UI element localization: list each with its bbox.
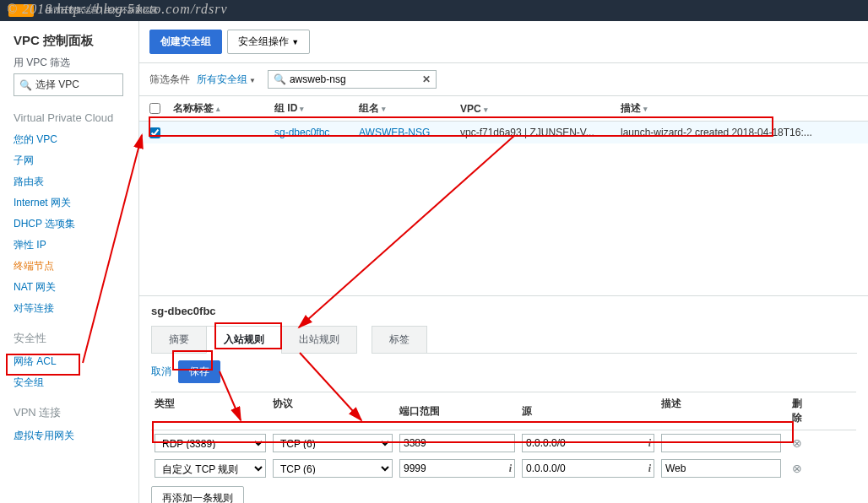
sidebar-item-route[interactable]: 路由表: [14, 171, 138, 192]
search-icon: 🔍: [19, 79, 32, 91]
sidebar-item-igw[interactable]: Internet 网关: [14, 192, 138, 214]
rule-proto[interactable]: TCP (6): [273, 459, 393, 478]
col-name[interactable]: 名称标签: [173, 101, 220, 116]
search-input[interactable]: [290, 73, 422, 85]
h-proto: 协议: [269, 397, 396, 425]
rule-type[interactable]: 自定义 TCP 规则: [155, 459, 266, 478]
rule-proto[interactable]: TCP (6): [273, 434, 393, 452]
section-vpc: Virtual Private Cloud: [14, 111, 138, 124]
search-icon: 🔍: [274, 73, 286, 85]
h-port: 端口范围: [396, 397, 518, 425]
sidebar-item-nacl[interactable]: 网络 ACL: [14, 351, 138, 372]
rules-head: 类型 协议 端口范围 源 描述 删除: [151, 392, 856, 430]
row-checkbox[interactable]: [149, 127, 160, 138]
cancel-button[interactable]: 取消: [151, 365, 171, 379]
create-sg-button[interactable]: 创建安全组: [149, 30, 222, 54]
h-src: 源: [518, 397, 658, 425]
add-rule-button[interactable]: 再添加一条规则: [151, 486, 244, 503]
sidebar-item-vgw[interactable]: 虚拟专用网关: [14, 425, 138, 446]
col-vpc[interactable]: VPC: [460, 103, 488, 115]
vpc-select-text: 选择 VPC: [35, 78, 79, 92]
detail-pane: sg-dbec0fbc 摘要 入站规则 出站规则 标签 取消 保存 类型 协议 …: [139, 296, 868, 503]
tabs: 摘要 入站规则 出站规则 标签: [151, 326, 856, 354]
col-gname[interactable]: 组名: [359, 101, 386, 116]
rule-port[interactable]: [399, 459, 515, 478]
main-pane: 创建安全组 安全组操作 ▼ 筛选条件 所有安全组 🔍 ✕ 名称标签 组 ID 组…: [139, 21, 868, 503]
sg-actions-button[interactable]: 安全组操作 ▼: [227, 30, 310, 54]
cell-name: [173, 127, 274, 138]
h-type: 类型: [151, 397, 269, 425]
info-icon[interactable]: i: [648, 437, 651, 450]
toolbar: 创建安全组 安全组操作 ▼: [139, 21, 868, 63]
tab-inbound[interactable]: 入站规则: [206, 326, 282, 354]
sidebar-item-your-vpc[interactable]: 您的 VPC: [14, 129, 138, 150]
table-row[interactable]: sg-dbec0fbc AWSWEB-NSG vpc-f71d6a93 | ZJ…: [139, 122, 868, 143]
rule-src[interactable]: [522, 434, 654, 452]
watermark: © 2018 http://blog.51cto.com/rdsrv: [7, 2, 228, 17]
detail-title: sg-dbec0fbc: [151, 305, 856, 317]
sidebar: VPC 控制面板 用 VPC 筛选 🔍 选择 VPC Virtual Priva…: [0, 21, 139, 503]
sidebar-item-eip[interactable]: 弹性 IP: [14, 235, 138, 256]
filter-select[interactable]: 所有安全组: [197, 73, 256, 87]
tab-summary[interactable]: 摘要: [151, 326, 207, 354]
search-box[interactable]: 🔍 ✕: [268, 70, 437, 89]
rule-port[interactable]: [399, 434, 515, 452]
sidebar-item-endpoint[interactable]: 终端节点: [14, 256, 138, 277]
delete-rule-icon[interactable]: ⊗: [792, 462, 802, 475]
cell-gname: AWSWEB-NSG: [359, 127, 460, 138]
tab-tags[interactable]: 标签: [372, 326, 427, 354]
h-del: 删除: [784, 397, 810, 425]
save-button[interactable]: 保存: [178, 360, 220, 383]
cell-id: sg-dbec0fbc: [274, 127, 359, 138]
rule-desc[interactable]: [661, 459, 781, 478]
sidebar-item-peer[interactable]: 对等连接: [14, 298, 138, 319]
rule-desc[interactable]: [661, 434, 781, 452]
col-desc[interactable]: 描述: [621, 101, 648, 116]
sidebar-item-sg[interactable]: 安全组: [14, 372, 138, 393]
rule-row: RDP (3389)TCP (6)i⊗: [151, 430, 856, 456]
filter-label-2: 筛选条件: [149, 73, 190, 87]
sidebar-item-nat[interactable]: NAT 网关: [14, 277, 138, 298]
tab-outbound[interactable]: 出站规则: [281, 326, 357, 354]
table-head: 名称标签 组 ID 组名 VPC 描述: [139, 96, 868, 122]
vpc-select[interactable]: 🔍 选择 VPC: [14, 73, 123, 96]
filter-bar: 筛选条件 所有安全组 🔍 ✕: [139, 63, 868, 96]
info-icon[interactable]: i: [509, 462, 512, 475]
sidebar-item-subnet[interactable]: 子网: [14, 150, 138, 171]
delete-rule-icon[interactable]: ⊗: [792, 436, 802, 450]
cell-desc: launch-wizard-2 created 2018-04-18T16:..…: [621, 127, 858, 138]
sidebar-item-dhcp[interactable]: DHCP 选项集: [14, 214, 138, 235]
cell-vpc: vpc-f71d6a93 | ZJUNSEN-V...: [460, 127, 621, 138]
filter-label: 用 VPC 筛选: [14, 56, 138, 70]
section-security: 安全性: [14, 331, 138, 346]
info-icon[interactable]: i: [648, 462, 651, 475]
select-all[interactable]: [149, 103, 160, 114]
h-desc: 描述: [658, 397, 784, 425]
tab-spacer: [426, 326, 857, 354]
clear-search-icon[interactable]: ✕: [422, 73, 431, 85]
rule-src[interactable]: [522, 459, 654, 478]
rule-row: 自定义 TCP 规则TCP (6)ii⊗: [151, 456, 856, 481]
col-id[interactable]: 组 ID: [274, 101, 304, 116]
rule-type[interactable]: RDP (3389): [155, 434, 266, 452]
section-vpn: VPN 连接: [14, 405, 138, 420]
sidebar-title: VPC 控制面板: [14, 33, 138, 49]
